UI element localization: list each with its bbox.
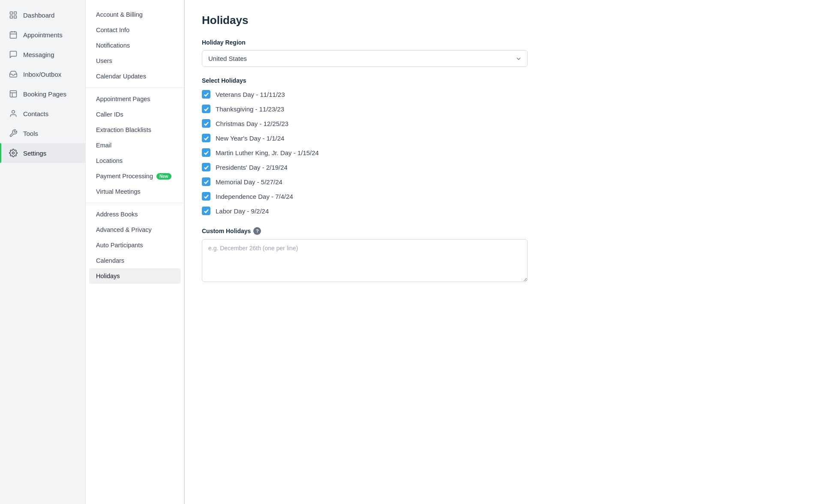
holiday-checkbox-new-years[interactable] <box>202 134 210 142</box>
nav-label-booking-pages: Booking Pages <box>23 90 66 98</box>
message-icon <box>9 50 18 59</box>
payment-processing-label: Payment Processing <box>96 173 153 180</box>
nav-item-settings[interactable]: Settings <box>0 143 85 163</box>
settings-item-auto-participants[interactable]: Auto Participants <box>86 237 184 253</box>
holiday-item-memorial-day: Memorial Day - 5/27/24 <box>202 177 817 186</box>
main-content: Holidays Holiday Region United States Ca… <box>185 0 834 504</box>
book-icon <box>9 89 18 99</box>
settings-item-locations[interactable]: Locations <box>86 153 184 168</box>
svg-rect-4 <box>10 32 17 38</box>
nav-label-tools: Tools <box>23 130 38 137</box>
svg-rect-0 <box>10 12 13 15</box>
holiday-label-independence-day: Independence Day - 7/4/24 <box>216 193 293 200</box>
settings-group-1: Account & Billing Contact Info Notificat… <box>86 7 184 87</box>
holiday-label-veterans-day: Veterans Day - 11/11/23 <box>216 91 285 98</box>
settings-item-account-billing[interactable]: Account & Billing <box>86 7 184 22</box>
settings-item-appointment-pages[interactable]: Appointment Pages <box>86 91 184 107</box>
settings-item-payment-processing[interactable]: Payment Processing New <box>86 168 184 184</box>
svg-rect-8 <box>10 91 17 97</box>
settings-item-calendars[interactable]: Calendars <box>86 253 184 268</box>
nav-label-messaging: Messaging <box>23 51 54 58</box>
holiday-item-presidents-day: Presidents' Day - 2/19/24 <box>202 163 817 171</box>
holiday-label-memorial-day: Memorial Day - 5/27/24 <box>216 178 282 186</box>
custom-holidays-help-icon[interactable]: ? <box>253 227 261 235</box>
inbox-icon <box>9 69 18 79</box>
settings-item-advanced-privacy[interactable]: Advanced & Privacy <box>86 222 184 237</box>
svg-point-11 <box>12 111 15 114</box>
nav-label-settings: Settings <box>23 150 46 157</box>
nav-item-tools[interactable]: Tools <box>0 123 85 143</box>
settings-group-2: Appointment Pages Caller IDs Extraction … <box>86 87 184 203</box>
left-navigation: Dashboard Appointments Messaging Inbox/O… <box>0 0 86 504</box>
settings-item-users[interactable]: Users <box>86 53 184 69</box>
svg-point-12 <box>12 152 15 154</box>
holiday-list: Veterans Day - 11/11/23 Thanksgiving - 1… <box>202 90 817 215</box>
nav-label-dashboard: Dashboard <box>23 12 54 19</box>
svg-rect-3 <box>14 16 17 18</box>
settings-item-address-books[interactable]: Address Books <box>86 207 184 222</box>
holiday-region-select[interactable]: United States Canada United Kingdom Aust… <box>202 50 528 67</box>
holiday-checkbox-labor-day[interactable] <box>202 207 210 215</box>
svg-rect-2 <box>10 16 13 18</box>
nav-label-inbox: Inbox/Outbox <box>23 71 61 78</box>
holiday-item-new-years: New Year's Day - 1/1/24 <box>202 134 817 142</box>
holiday-label-labor-day: Labor Day - 9/2/24 <box>216 207 269 215</box>
settings-item-virtual-meetings[interactable]: Virtual Meetings <box>86 184 184 199</box>
wrench-icon <box>9 129 18 138</box>
settings-group-3: Address Books Advanced & Privacy Auto Pa… <box>86 203 184 287</box>
holiday-item-thanksgiving: Thanksgiving - 11/23/23 <box>202 105 817 113</box>
holiday-checkbox-christmas[interactable] <box>202 119 210 128</box>
holiday-checkbox-thanksgiving[interactable] <box>202 105 210 113</box>
nav-item-booking-pages[interactable]: Booking Pages <box>0 84 85 104</box>
settings-item-caller-ids[interactable]: Caller IDs <box>86 107 184 122</box>
gear-icon <box>9 148 18 158</box>
nav-label-appointments: Appointments <box>23 31 63 39</box>
holiday-checkbox-mlk-day[interactable] <box>202 148 210 157</box>
nav-item-appointments[interactable]: Appointments <box>0 25 85 45</box>
settings-navigation: Account & Billing Contact Info Notificat… <box>86 0 184 504</box>
holiday-region-label: Holiday Region <box>202 39 817 46</box>
nav-item-dashboard[interactable]: Dashboard <box>0 5 85 25</box>
holiday-checkbox-veterans-day[interactable] <box>202 90 210 99</box>
settings-item-notifications[interactable]: Notifications <box>86 38 184 53</box>
settings-item-extraction-blacklists[interactable]: Extraction Blacklists <box>86 122 184 138</box>
calendar-icon <box>9 30 18 39</box>
nav-item-contacts[interactable]: Contacts <box>0 104 85 123</box>
grid-icon <box>9 10 18 20</box>
custom-holidays-label: Custom Holidays ? <box>202 227 817 235</box>
holiday-item-veterans-day: Veterans Day - 11/11/23 <box>202 90 817 99</box>
nav-item-inbox[interactable]: Inbox/Outbox <box>0 64 85 84</box>
holiday-label-christmas: Christmas Day - 12/25/23 <box>216 120 288 127</box>
holiday-label-mlk-day: Martin Luther King, Jr. Day - 1/15/24 <box>216 149 319 156</box>
select-holidays-label: Select Holidays <box>202 77 817 84</box>
holiday-item-christmas: Christmas Day - 12/25/23 <box>202 119 817 128</box>
custom-holidays-textarea[interactable] <box>202 239 528 282</box>
holiday-label-thanksgiving: Thanksgiving - 11/23/23 <box>216 105 284 113</box>
holiday-item-independence-day: Independence Day - 7/4/24 <box>202 192 817 201</box>
holiday-label-new-years: New Year's Day - 1/1/24 <box>216 135 284 142</box>
nav-item-messaging[interactable]: Messaging <box>0 45 85 64</box>
holiday-item-mlk-day: Martin Luther King, Jr. Day - 1/15/24 <box>202 148 817 157</box>
settings-item-holidays[interactable]: Holidays <box>89 268 180 284</box>
holiday-label-presidents-day: Presidents' Day - 2/19/24 <box>216 164 288 171</box>
holiday-checkbox-presidents-day[interactable] <box>202 163 210 171</box>
settings-item-calendar-updates[interactable]: Calendar Updates <box>86 69 184 84</box>
holiday-checkbox-memorial-day[interactable] <box>202 177 210 186</box>
page-title: Holidays <box>202 14 817 27</box>
holiday-checkbox-independence-day[interactable] <box>202 192 210 201</box>
settings-item-email[interactable]: Email <box>86 138 184 153</box>
user-icon <box>9 109 18 118</box>
new-badge: New <box>156 173 171 180</box>
holiday-item-labor-day: Labor Day - 9/2/24 <box>202 207 817 215</box>
svg-rect-1 <box>14 12 17 15</box>
nav-label-contacts: Contacts <box>23 110 48 117</box>
settings-item-contact-info[interactable]: Contact Info <box>86 22 184 38</box>
